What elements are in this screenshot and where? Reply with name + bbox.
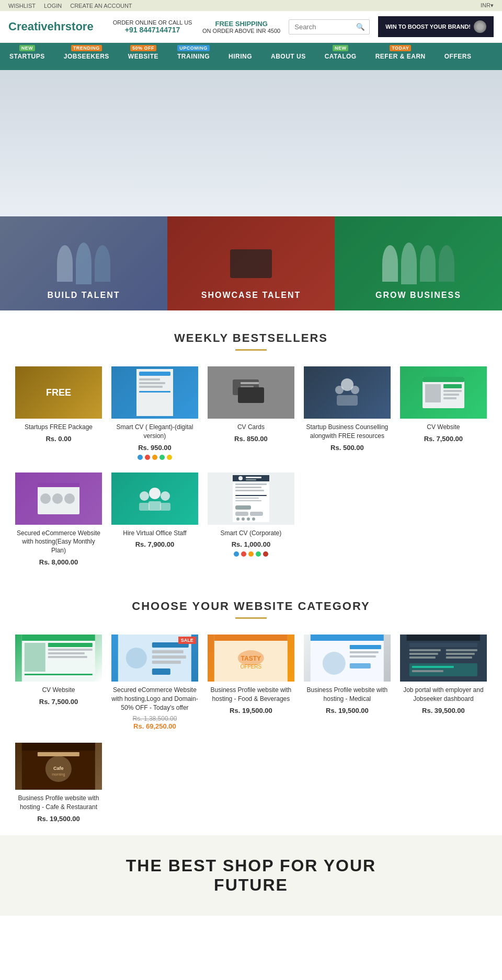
svg-point-74 (323, 652, 346, 675)
nav-about[interactable]: ABOUT US (261, 43, 315, 70)
svg-rect-83 (409, 653, 438, 655)
product-card-smart-cv[interactable]: Smart CV ( Elegant)-(digital version) Rs… (111, 366, 198, 460)
product-name-3: CV Cards (208, 423, 294, 432)
nav-badge-jobseekers: TRENDING (71, 45, 102, 51)
website-card-food[interactable]: TASTY OFFERS Business Profile website wi… (208, 635, 294, 730)
cv-website-svg (423, 377, 464, 408)
svg-rect-47 (250, 512, 263, 516)
color-dot (256, 551, 261, 557)
svg-rect-57 (48, 652, 85, 654)
website-price-new-ecommerce: Rs. 69,250.00 (111, 722, 198, 730)
svg-point-61 (126, 648, 147, 668)
svg-rect-65 (152, 661, 181, 664)
svg-point-26 (52, 493, 63, 504)
banner-label-1: BUILD TALENT (47, 291, 120, 300)
logo[interactable]: Creativehrstore (8, 20, 102, 33)
website-card-ecommerce[interactable]: SALE Secured eCommerce Website with host… (111, 635, 198, 730)
nav-badge-refer: TODAY (390, 45, 411, 51)
sale-badge: SALE (178, 637, 196, 644)
nav-training[interactable]: UPCOMING TRAINING (168, 43, 219, 70)
website-card-medical[interactable]: Business Profile website with hosting - … (304, 635, 391, 730)
svg-point-27 (64, 493, 75, 504)
product-card-cv-cards[interactable]: CV Cards Rs. 850.00 (208, 366, 294, 460)
svg-rect-90 (412, 670, 443, 672)
search-input[interactable] (289, 20, 352, 34)
banner-label-2: SHOWCASE TALENT (201, 291, 301, 300)
website-img-cafe: Cafe morning (15, 743, 102, 790)
website-price-medical: Rs. 19,500.00 (304, 707, 391, 714)
nav-catalog[interactable]: NEW CATALOG (315, 43, 366, 70)
svg-point-49 (242, 517, 245, 521)
nav-hiring[interactable]: HIRING (219, 43, 261, 70)
website-category-grid: CV Website Rs. 7,500.00 SALE Secured eCo… (0, 635, 502, 743)
banner-showcase-talent[interactable]: SHOWCASE TALENT (167, 216, 335, 310)
website-name-job-portal: Job portal with employer and Jobseeker d… (400, 686, 487, 704)
search-button[interactable]: 🔍 (352, 20, 369, 34)
nav-offers[interactable]: OFFERS (435, 43, 481, 70)
weekly-bestsellers-title: WEEKLY BESTSELLERS (0, 331, 502, 345)
product-colors-2 (111, 455, 198, 460)
create-account-link[interactable]: CREATE AN ACCOUNT (70, 3, 132, 9)
svg-point-29 (149, 488, 161, 499)
footer-title: THE BEST SHOP FOR YOUR (10, 856, 492, 875)
website-card-job-portal[interactable]: Job portal with employer and Jobseeker d… (400, 635, 487, 730)
svg-rect-9 (238, 387, 264, 403)
website-name-cafe: Business Profile website with hosting - … (15, 794, 102, 812)
website-name-food: Business Profile website with hosting - … (208, 686, 294, 704)
svg-rect-3 (139, 382, 165, 384)
website-price-old-ecommerce: Rs. 1,38,500.00 (111, 715, 198, 722)
person-icon-3 (95, 245, 110, 282)
nav-startups[interactable]: NEW STARTUPS (0, 43, 54, 70)
svg-rect-33 (160, 503, 170, 511)
nav-badge-startups: NEW (19, 45, 36, 51)
login-link[interactable]: LOGIN (44, 3, 62, 9)
website-category-section: CHOOSE YOUR WEBSITE CATEGORY CV Website … (0, 599, 502, 835)
product-card-startups-free[interactable]: FREE Startups FREE Package Rs. 0.00 (15, 366, 102, 460)
svg-rect-68 (214, 635, 288, 641)
svg-rect-42 (235, 495, 267, 496)
website-category-grid-row2: Cafe morning Business Profile website wi… (0, 743, 502, 835)
svg-rect-18 (425, 384, 441, 402)
header: Creativehrstore ORDER ONLINE OR CALL US … (0, 11, 502, 43)
svg-rect-19 (443, 384, 462, 388)
nav-website[interactable]: 50% OFF WEBSITE (119, 43, 168, 70)
boost-button[interactable]: WIN TO BOOST YOUR BRAND! (378, 16, 494, 37)
laptop-icon (230, 249, 272, 278)
nav-refer-earn[interactable]: TODAY REFER & EARN (366, 43, 435, 70)
product-card-ecommerce[interactable]: Secured eCommerce Website with hosting(E… (15, 472, 102, 566)
svg-point-28 (140, 491, 149, 501)
product-card-hire-virtual[interactable]: Hire Virtual Office Staff Rs. 7,900.00 (111, 472, 198, 566)
banner-build-talent[interactable]: BUILD TALENT (0, 216, 167, 310)
currency-selector[interactable]: INR▾ (481, 2, 494, 9)
product-card-corporate-cv[interactable]: Smart CV (Corporate) Rs. 1,000.00 (208, 472, 294, 566)
product-name-7: Hire Virtual Office Staff (111, 529, 198, 538)
footer-bottom: THE BEST SHOP FOR YOUR FUTURE (0, 835, 502, 916)
svg-rect-1 (139, 372, 170, 376)
svg-point-50 (247, 517, 250, 521)
color-dot (152, 455, 157, 460)
product-price-7: Rs. 7,900.00 (111, 540, 198, 548)
product-card-counselling[interactable]: Startup Business Counselling alongwith F… (304, 366, 391, 460)
website-img-job-portal (400, 635, 487, 682)
website-name-medical: Business Profile website with hosting - … (304, 686, 391, 704)
svg-rect-45 (235, 505, 251, 510)
nav-badge-catalog: NEW (333, 45, 349, 51)
disc-icon (474, 20, 486, 33)
svg-rect-86 (446, 653, 475, 655)
website-card-cv[interactable]: CV Website Rs. 7,500.00 (15, 635, 102, 730)
product-name-4: Startup Business Counselling alongwith F… (304, 423, 391, 441)
person-icon-1 (57, 245, 73, 282)
svg-rect-89 (412, 666, 454, 668)
wishlist-link[interactable]: WISHLIST (8, 3, 36, 9)
svg-rect-31 (139, 503, 150, 511)
hero-banner (0, 70, 502, 216)
svg-rect-81 (409, 643, 477, 647)
website-img-ecommerce: SALE (111, 635, 198, 682)
nav-jobseekers[interactable]: TRENDING JOBSEEKERS (54, 43, 119, 70)
main-nav: NEW STARTUPS TRENDING JOBSEEKERS 50% OFF… (0, 43, 502, 70)
svg-point-30 (161, 491, 170, 501)
website-card-cafe[interactable]: Cafe morning Business Profile website wi… (15, 743, 102, 823)
product-card-cv-website[interactable]: CV Website Rs. 7,500.00 (400, 366, 487, 460)
svg-rect-94 (38, 752, 79, 756)
banner-grow-business[interactable]: GROW BUSINESS (335, 216, 502, 310)
